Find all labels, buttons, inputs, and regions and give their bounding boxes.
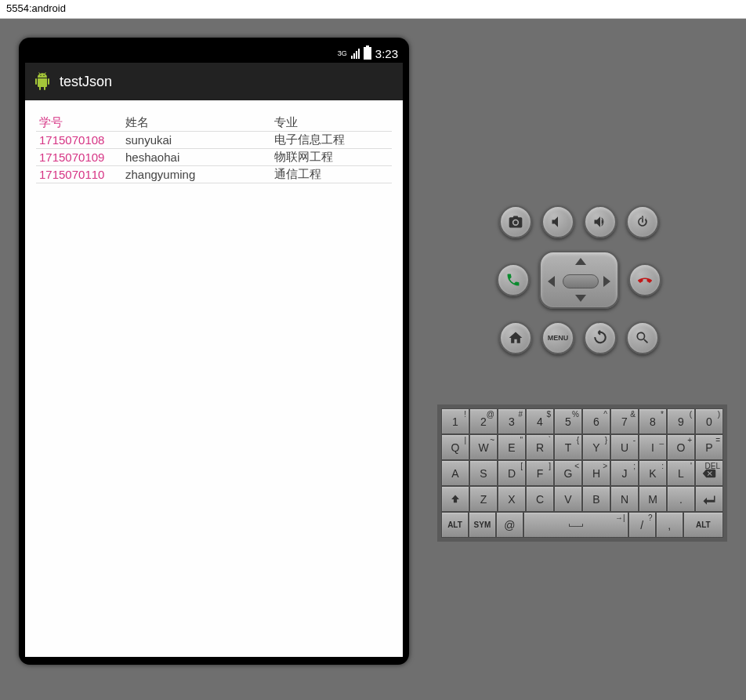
dpad-down[interactable] (575, 295, 586, 302)
device-frame: 3G 3:23 testJson 学号 姓名 专业 1715070108suny… (19, 38, 409, 665)
key-j[interactable]: J; (610, 460, 639, 486)
table-header-row: 学号 姓名 专业 (36, 114, 392, 132)
key-delete[interactable]: DEL (695, 460, 723, 486)
status-bar: 3G 3:23 (25, 44, 403, 63)
key-l[interactable]: L' (667, 460, 695, 486)
key-3[interactable]: 3# (498, 408, 526, 434)
key-k[interactable]: K: (639, 460, 667, 486)
key-x[interactable]: X (498, 486, 526, 512)
header-id: 学号 (36, 114, 122, 132)
key-enter[interactable] (695, 486, 723, 512)
table-row[interactable]: 1715070110zhangyuming通信工程 (36, 166, 392, 183)
key-n[interactable]: N (610, 486, 639, 512)
key-7[interactable]: 7& (610, 408, 639, 434)
back-button[interactable] (584, 321, 617, 354)
header-name: 姓名 (122, 114, 271, 132)
app-title: testJson (60, 74, 112, 90)
home-button[interactable] (499, 321, 532, 354)
key-u[interactable]: U- (610, 434, 639, 460)
dpad-center[interactable] (563, 274, 599, 288)
key-q[interactable]: Q| (441, 434, 469, 460)
key-a[interactable]: A (441, 460, 469, 486)
signal-icon (351, 48, 360, 59)
table-row[interactable]: 1715070109heshaohai物联网工程 (36, 149, 392, 166)
key-8[interactable]: 8* (639, 408, 667, 434)
app-content: 学号 姓名 专业 1715070108sunyukai电子信息工程1715070… (25, 100, 403, 657)
key-shift[interactable] (441, 486, 469, 512)
cell-name: sunyukai (122, 132, 271, 149)
key-m[interactable]: M (639, 486, 667, 512)
key-y[interactable]: Y} (582, 434, 610, 460)
battery-icon (364, 47, 371, 60)
key-z[interactable]: Z (469, 486, 498, 512)
key-6[interactable]: 6^ (582, 408, 610, 434)
key-9[interactable]: 9( (667, 408, 695, 434)
cell-major: 电子信息工程 (271, 132, 392, 149)
app-icon (33, 72, 52, 91)
key-d[interactable]: D[ (498, 460, 526, 486)
clock: 3:23 (375, 47, 398, 60)
key-.[interactable]: . (667, 486, 695, 512)
network-indicator: 3G (338, 50, 347, 57)
cell-major: 物联网工程 (271, 149, 392, 166)
header-major: 专业 (271, 114, 392, 132)
key-comma[interactable]: , (656, 512, 683, 538)
key-2[interactable]: 2@ (469, 408, 498, 434)
emulator-keyboard: 1!2@3#4$5%6^7&8*9(0) Q|W~E"R`T{Y}U-I_O+P… (437, 404, 727, 542)
key-alt-left[interactable]: ALT (441, 512, 469, 538)
key-0[interactable]: 0) (695, 408, 723, 434)
hardware-controls: MENU (489, 205, 669, 367)
key-e[interactable]: E" (498, 434, 526, 460)
cell-name: heshaohai (122, 149, 271, 166)
key-sym[interactable]: SYM (469, 512, 496, 538)
call-button[interactable] (497, 263, 530, 296)
cell-id: 1715070109 (36, 149, 122, 166)
key-g[interactable]: G< (554, 460, 582, 486)
volume-down-button[interactable] (541, 205, 574, 238)
search-button[interactable] (626, 321, 659, 354)
volume-up-button[interactable] (584, 205, 617, 238)
dpad (539, 251, 619, 309)
key-alt-right[interactable]: ALT (683, 512, 723, 538)
key-s[interactable]: S (469, 460, 498, 486)
menu-button[interactable]: MENU (541, 321, 574, 354)
dpad-right[interactable] (603, 276, 610, 287)
cell-id: 1715070110 (36, 166, 122, 183)
key-p[interactable]: P= (695, 434, 723, 460)
key-f[interactable]: F] (526, 460, 554, 486)
hangup-button[interactable] (628, 263, 661, 296)
key-r[interactable]: R` (526, 434, 554, 460)
key-t[interactable]: T{ (554, 434, 582, 460)
action-bar: testJson (25, 63, 403, 100)
key-w[interactable]: W~ (469, 434, 498, 460)
key-v[interactable]: V (554, 486, 582, 512)
key-c[interactable]: C (526, 486, 554, 512)
key-slash[interactable]: /? (628, 512, 656, 538)
table-row[interactable]: 1715070108sunyukai电子信息工程 (36, 132, 392, 149)
key-i[interactable]: I_ (639, 434, 667, 460)
key-space[interactable]: →| (523, 512, 628, 538)
camera-button[interactable] (499, 205, 532, 238)
power-button[interactable] (626, 205, 659, 238)
window-title: 5554:android (0, 0, 746, 19)
dpad-left[interactable] (548, 276, 555, 287)
dpad-up[interactable] (575, 258, 586, 265)
key-at[interactable]: @ (496, 512, 523, 538)
key-5[interactable]: 5% (554, 408, 582, 434)
key-b[interactable]: B (582, 486, 610, 512)
key-o[interactable]: O+ (667, 434, 695, 460)
key-h[interactable]: H> (582, 460, 610, 486)
cell-id: 1715070108 (36, 132, 122, 149)
cell-major: 通信工程 (271, 166, 392, 183)
key-4[interactable]: 4$ (526, 408, 554, 434)
emulator-body: 3G 3:23 testJson 学号 姓名 专业 1715070108suny… (0, 19, 746, 700)
student-table: 学号 姓名 专业 1715070108sunyukai电子信息工程1715070… (36, 114, 392, 183)
key-1[interactable]: 1! (441, 408, 469, 434)
cell-name: zhangyuming (122, 166, 271, 183)
